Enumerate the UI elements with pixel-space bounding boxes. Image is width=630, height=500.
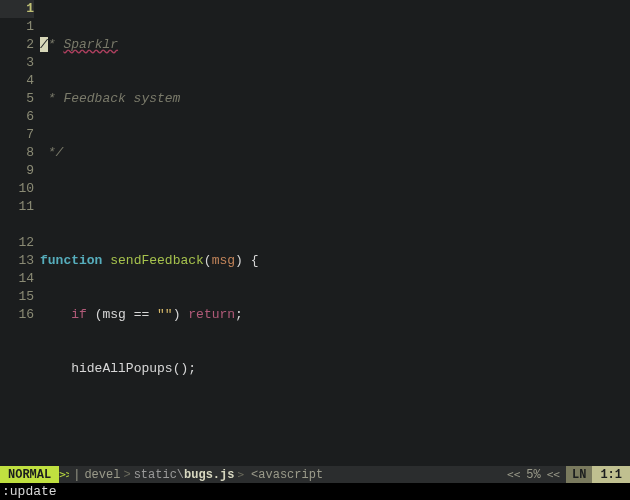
rel-line: 10 — [0, 180, 34, 198]
command-line[interactable]: :update — [0, 483, 630, 500]
code-line: * Feedback system — [40, 90, 630, 108]
rel-line: 13 — [0, 252, 34, 270]
code-area[interactable]: 1 1 2 3 4 5 6 7 8 9 10 11 12 13 14 15 16… — [0, 0, 630, 466]
scroll-percent: <<5%<< — [501, 466, 566, 483]
rel-line: 3 — [0, 54, 34, 72]
rel-line: 9 — [0, 162, 34, 180]
rel-line: 14 — [0, 270, 34, 288]
statusline: NORMAL >> | devel > static\bugs.js > <av… — [0, 466, 630, 483]
cursor-position: 1:1 — [592, 466, 630, 483]
rel-line: 6 — [0, 108, 34, 126]
rel-line: 5 — [0, 90, 34, 108]
rel-line: 11 — [0, 198, 34, 216]
rel-line: 4 — [0, 72, 34, 90]
code-line: */ — [40, 144, 630, 162]
code-line: hideAllPopups(); — [40, 360, 630, 378]
spell-error: Sparklr — [63, 37, 118, 52]
rel-line: 2 — [0, 36, 34, 54]
rel-line: 8 — [0, 144, 34, 162]
rel-line: 15 — [0, 288, 34, 306]
code-line — [40, 414, 630, 432]
line-label: LN — [566, 466, 592, 483]
code-content[interactable]: /* Sparklr * Feedback system */ function… — [40, 0, 630, 466]
current-line-number: 1 — [0, 0, 34, 18]
code-line: /* Sparklr — [40, 36, 630, 54]
file-path-name: bugs.js — [184, 468, 234, 482]
rel-line: 12 — [0, 234, 34, 252]
code-line: if (msg == "") return; — [40, 306, 630, 324]
cursor: / — [40, 37, 48, 52]
mode-indicator: NORMAL — [0, 466, 59, 483]
git-branch: | devel > static\bugs.js > — [69, 466, 251, 483]
separator-icon: >> — [59, 466, 69, 483]
rel-line: 1 — [0, 18, 34, 36]
rel-line: 16 — [0, 306, 34, 324]
code-line: function sendFeedback(msg) { — [40, 252, 630, 270]
file-path-dir: static\ — [134, 468, 184, 482]
code-line — [40, 198, 630, 216]
filetype-indicator: <avascript — [251, 466, 329, 483]
rel-line: 7 — [0, 126, 34, 144]
vim-editor: 1 1 2 3 4 5 6 7 8 9 10 11 12 13 14 15 16… — [0, 0, 630, 500]
line-number-gutter: 1 1 2 3 4 5 6 7 8 9 10 11 12 13 14 15 16 — [0, 0, 40, 466]
rel-line — [0, 216, 34, 234]
